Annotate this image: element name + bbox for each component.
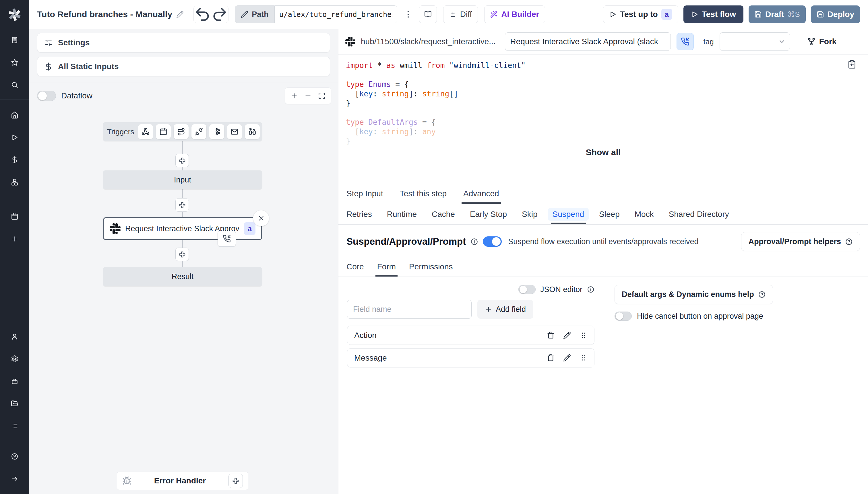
drag-handle[interactable] [579, 354, 587, 362]
rail-item-boxes[interactable] [0, 171, 29, 193]
trigger-poll-button[interactable] [245, 124, 260, 139]
subtab-runtime[interactable]: Runtime [387, 204, 417, 224]
rail-item-play[interactable] [0, 126, 29, 149]
subtab-shared-directory[interactable]: Shared Directory [669, 204, 729, 224]
draft-shortcut: ⌘S [787, 10, 800, 19]
path-pill[interactable]: Path [235, 5, 274, 23]
rail-item-help[interactable] [0, 445, 29, 468]
result-node[interactable]: Result [103, 267, 262, 286]
json-editor-toggle[interactable] [518, 285, 536, 294]
step-title-input[interactable] [505, 33, 671, 51]
suspend-toggle[interactable] [483, 236, 502, 247]
dataflow-toggle[interactable] [37, 91, 56, 101]
docs-book-button[interactable] [419, 5, 437, 23]
rail-item-building[interactable] [0, 29, 29, 51]
suspend-phone-button[interactable] [677, 33, 694, 50]
trigger-calendar-button[interactable] [156, 124, 171, 139]
drag-handle[interactable] [579, 331, 587, 339]
input-node[interactable]: Input [103, 170, 262, 189]
rail-item-search[interactable] [0, 74, 29, 96]
user-icon [11, 333, 18, 340]
fit-view-button[interactable] [315, 89, 329, 103]
subtab-early-stop[interactable]: Early Stop [470, 204, 507, 224]
diff-button[interactable]: Diff [443, 5, 478, 23]
tag-select[interactable] [720, 33, 790, 51]
deploy-button[interactable]: Deploy [811, 5, 860, 23]
rail-item-dollar[interactable] [0, 149, 29, 171]
subtab-cache[interactable]: Cache [432, 204, 455, 224]
triggers-node[interactable]: Triggers [103, 122, 262, 141]
suspend-tab-permissions[interactable]: Permissions [409, 257, 453, 277]
tab-step-input[interactable]: Step Input [347, 184, 383, 204]
slack-icon [110, 223, 121, 234]
default-args-help-button[interactable]: Default args & Dynamic enums help [614, 285, 773, 304]
draft-button[interactable]: Draft⌘S [749, 5, 806, 23]
rail-item-arrow-right[interactable] [0, 468, 29, 490]
flow-settings-card[interactable]: Settings [37, 33, 330, 53]
delete-node-button[interactable] [253, 210, 269, 226]
delete-field-button[interactable] [547, 331, 555, 339]
rail-item-plus[interactable] [0, 228, 29, 250]
rail-item-star[interactable] [0, 51, 29, 74]
rail-item-folder[interactable] [0, 393, 29, 415]
rail-item-list[interactable] [0, 415, 29, 437]
subtab-retries[interactable]: Retries [347, 204, 372, 224]
subtab-sleep[interactable]: Sleep [599, 204, 620, 224]
path-input[interactable] [274, 5, 397, 23]
ai-builder-button[interactable]: AI Builder [484, 5, 545, 23]
add-error-handler-button[interactable] [228, 474, 243, 488]
edit-field-button[interactable] [563, 354, 571, 362]
subtab-mock[interactable]: Mock [635, 204, 654, 224]
subtab-suspend[interactable]: Suspend [553, 204, 585, 224]
tab-advanced[interactable]: Advanced [463, 184, 499, 204]
trigger-plug-button[interactable] [191, 124, 206, 139]
slack-approval-node[interactable]: Request Interactive Slack Approval (... … [103, 217, 262, 240]
edit-field-button[interactable] [563, 331, 571, 339]
add-step-button-bottom[interactable] [176, 248, 189, 261]
trigger-kafka-button[interactable] [209, 124, 224, 139]
error-handler-node[interactable]: Error Handler [117, 472, 248, 490]
field-name-input[interactable] [347, 300, 472, 319]
zoom-out-button[interactable] [301, 89, 315, 103]
test-flow-button[interactable]: Test flow [683, 5, 743, 23]
show-all-button[interactable]: Show all [579, 145, 627, 159]
rail-item-bot[interactable] [0, 370, 29, 393]
trigger-webhook-button[interactable] [138, 124, 153, 139]
edit-title-pencil-icon[interactable] [176, 11, 184, 18]
rail-item-user[interactable] [0, 325, 29, 348]
add-step-button-middle[interactable] [176, 198, 189, 212]
step-detail-panel: hub/11500/slack/request_interactive... t… [338, 29, 868, 494]
step-tabs: Step InputTest this stepAdvanced [338, 184, 868, 204]
trigger-route-button[interactable] [174, 124, 189, 139]
zoom-in-button[interactable] [287, 89, 301, 103]
redo-button[interactable] [211, 6, 228, 23]
suspend-tab-form[interactable]: Form [377, 257, 396, 277]
all-static-inputs-card[interactable]: All Static Inputs [37, 57, 330, 76]
add-step-button-top[interactable] [176, 154, 189, 167]
info-icon[interactable] [587, 286, 594, 293]
rail-item-home[interactable] [0, 104, 29, 126]
rail-item-gear[interactable] [0, 348, 29, 370]
suspend-tab-core[interactable]: Core [347, 257, 364, 277]
field-row-action[interactable]: Action [347, 326, 594, 345]
undo-button[interactable] [194, 6, 211, 23]
approval-prompt-helpers-button[interactable]: Approval/Prompt helpers [741, 232, 860, 251]
rail-item-calendar[interactable] [0, 205, 29, 228]
hide-cancel-toggle[interactable] [614, 311, 632, 321]
add-field-button[interactable]: Add field [477, 300, 533, 319]
fork-button[interactable]: Fork [807, 37, 837, 46]
suspend-phone-badge[interactable] [218, 231, 236, 247]
code-editor[interactable]: import * as wmill from "windmill-client"… [338, 55, 868, 144]
windmill-logo-icon[interactable] [0, 0, 29, 29]
delete-field-button[interactable] [547, 354, 555, 362]
flow-canvas: Settings All Static Inputs Dataflow [29, 29, 338, 494]
path-pencil-icon [241, 11, 248, 18]
field-row-message[interactable]: Message [347, 348, 594, 367]
trigger-mail-button[interactable] [227, 124, 242, 139]
clipboard-paste-icon[interactable] [847, 60, 856, 71]
subtab-skip[interactable]: Skip [522, 204, 537, 224]
more-menu-kebab-icon[interactable] [404, 10, 413, 19]
test-up-to-button[interactable]: Test up toa [603, 5, 678, 23]
info-icon[interactable] [470, 238, 478, 246]
tab-test-this-step[interactable]: Test this step [400, 184, 447, 204]
